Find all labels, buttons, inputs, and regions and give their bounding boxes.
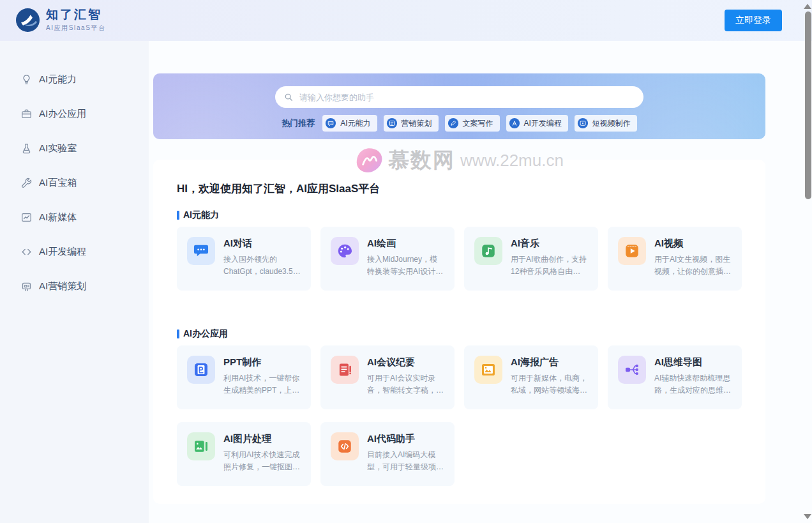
search-input[interactable] bbox=[298, 92, 635, 103]
poster-app-icon bbox=[474, 356, 502, 384]
section-ai-office: AI办公应用PPT制作利用AI技术，一键帮你生成精美的PPT，上万款精美…AI会… bbox=[177, 328, 742, 486]
codebox-app-icon bbox=[331, 432, 359, 460]
card-text: AI思维导图AI辅助快速帮助梳理思路，生成对应的思维导图，让… bbox=[654, 356, 732, 399]
hot-recommend-label: 热门推荐 bbox=[282, 117, 315, 129]
pen-circle-icon bbox=[447, 117, 459, 129]
card-title: AI会议纪要 bbox=[367, 356, 444, 368]
hot-tags-row: 热门推荐 AI元能力营销策划文案写作AI开发编程短视频制作 bbox=[153, 115, 765, 132]
scrollbar-down-arrow[interactable] bbox=[804, 514, 811, 519]
brand: 知了汇智 AI应用SlaaS平台 bbox=[16, 8, 106, 33]
scrollbar-thumb[interactable] bbox=[805, 11, 811, 199]
sidebar: AI元能力AI办公应用AI实验室AI百宝箱AI新媒体AI开发编程AI营销策划 bbox=[0, 41, 149, 523]
sidebar-item-ai-dev[interactable]: AI开发编程 bbox=[0, 244, 149, 259]
card-text: AI视频用于AI文生视频，图生视频，让你的创意插上翅膀… bbox=[654, 237, 732, 280]
hot-tag-label: AI开发编程 bbox=[524, 118, 562, 129]
app-card-ai-poster-ad[interactable]: AI海报广告可用于新媒体，电商，私域，网站等领域海报及广… bbox=[464, 345, 598, 409]
hot-tag-label: AI元能力 bbox=[340, 118, 370, 129]
hot-tag-ai-core[interactable]: AI元能力 bbox=[322, 115, 377, 132]
search-banner: 热门推荐 AI元能力营销策划文案写作AI开发编程短视频制作 bbox=[153, 73, 765, 139]
card-title: AI视频 bbox=[654, 238, 732, 250]
app-card-ai-chat[interactable]: AI对话接入国外领先的ChatGpt，claude3.5等，无需魔法 bbox=[177, 227, 311, 291]
sidebar-item-ai-core[interactable]: AI元能力 bbox=[0, 72, 149, 87]
sidebar-item-label: AI新媒体 bbox=[39, 211, 77, 224]
hot-tag-marketing-plan[interactable]: 营销策划 bbox=[384, 115, 439, 132]
body-row: AI元能力AI办公应用AI实验室AI百宝箱AI新媒体AI开发编程AI营销策划 热… bbox=[0, 41, 812, 523]
app-card-ai-meeting-notes[interactable]: AI会议纪要可用于AI会议实时录音，智能转文字稿，智能转会议… bbox=[320, 345, 455, 409]
app-card-ai-code-assistant[interactable]: AI代码助手目前接入AI编码大模型，可用于轻量级项目可视化开… bbox=[320, 422, 455, 486]
sidebar-nav: AI元能力AI办公应用AI实验室AI百宝箱AI新媒体AI开发编程AI营销策划 bbox=[0, 72, 149, 294]
music-app-icon bbox=[474, 237, 502, 265]
watermark-logo-icon bbox=[355, 147, 383, 175]
sidebar-item-ai-media[interactable]: AI新媒体 bbox=[0, 209, 149, 225]
briefcase-icon bbox=[20, 108, 33, 120]
sidebar-item-label: AI办公应用 bbox=[39, 108, 86, 120]
dev-circle-icon bbox=[509, 117, 520, 129]
card-text: AI代码助手目前接入AI编码大模型，可用于轻量级项目可视化开… bbox=[367, 432, 444, 476]
card-text: AI会议纪要可用于AI会议实时录音，智能转文字稿，智能转会议… bbox=[367, 356, 444, 399]
hot-tag-label: 短视频制作 bbox=[592, 118, 631, 129]
card-grid: AI对话接入国外领先的ChatGpt，claude3.5等，无需魔法AI绘画接入… bbox=[177, 227, 742, 291]
app-card-ai-video[interactable]: AI视频用于AI文生视频，图生视频，让你的创意插上翅膀… bbox=[608, 227, 742, 291]
app-card-ai-painting[interactable]: AI绘画接入MidJourney，模特换装等实用AI设计功能，无需… bbox=[320, 227, 455, 291]
mindmap-app-icon bbox=[618, 356, 646, 384]
card-desc: 可用于AI会议实时录音，智能转文字稿，智能转会议… bbox=[367, 372, 444, 396]
image-app-icon bbox=[187, 432, 215, 460]
sidebar-item-ai-lab[interactable]: AI实验室 bbox=[0, 140, 149, 156]
card-title: AI绘画 bbox=[367, 238, 444, 250]
card-desc: AI辅助快速帮助梳理思路，生成对应的思维导图，让… bbox=[654, 372, 732, 396]
card-title: PPT制作 bbox=[223, 356, 301, 368]
search-icon bbox=[284, 93, 293, 102]
app-card-ppt-maker[interactable]: PPT制作利用AI技术，一键帮你生成精美的PPT，上万款精美… bbox=[177, 345, 311, 409]
card-title: AI图片处理 bbox=[223, 433, 301, 445]
main-content: 热门推荐 AI元能力营销策划文案写作AI开发编程短视频制作 bbox=[149, 41, 812, 523]
card-desc: 可利用AI技术快速完成照片修复，一键抠图，图片去… bbox=[223, 449, 301, 473]
card-desc: 可用于新媒体，电商，私域，网站等领域海报及广… bbox=[511, 372, 588, 396]
sidebar-item-label: AI营销策划 bbox=[39, 280, 86, 292]
login-button[interactable]: 立即登录 bbox=[725, 10, 782, 31]
hot-tag-copywriting[interactable]: 文案写作 bbox=[445, 115, 500, 132]
plan-circle-icon bbox=[386, 117, 398, 129]
sidebar-item-ai-marketing[interactable]: AI营销策划 bbox=[0, 278, 149, 294]
card-text: PPT制作利用AI技术，一键帮你生成精美的PPT，上万款精美… bbox=[223, 356, 301, 399]
scrollbar-up-arrow[interactable] bbox=[804, 4, 811, 9]
card-text: AI图片处理可利用AI技术快速完成照片修复，一键抠图，图片去… bbox=[223, 432, 301, 476]
sidebar-item-label: AI百宝箱 bbox=[39, 177, 77, 189]
app-header: 知了汇智 AI应用SlaaS平台 立即登录 bbox=[0, 0, 812, 41]
chat-circle-icon bbox=[325, 117, 336, 129]
sidebar-item-ai-office[interactable]: AI办公应用 bbox=[0, 106, 149, 121]
card-desc: 利用AI技术，一键帮你生成精美的PPT，上万款精美… bbox=[223, 372, 301, 396]
card-desc: 目前接入AI编码大模型，可用于轻量级项目可视化开… bbox=[367, 449, 444, 473]
app-card-ai-image-editing[interactable]: AI图片处理可利用AI技术快速完成照片修复，一键抠图，图片去… bbox=[177, 422, 311, 486]
section-ai-core: AI元能力AI对话接入国外领先的ChatGpt，claude3.5等，无需魔法A… bbox=[177, 209, 742, 291]
hot-tag-short-video[interactable]: 短视频制作 bbox=[575, 115, 637, 132]
section-title: AI元能力 bbox=[177, 209, 742, 222]
video-circle-icon bbox=[577, 117, 589, 129]
app-card-ai-mindmap[interactable]: AI思维导图AI辅助快速帮助梳理思路，生成对应的思维导图，让… bbox=[608, 345, 742, 409]
sidebar-item-ai-toolbox[interactable]: AI百宝箱 bbox=[0, 175, 149, 190]
card-title: AI海报广告 bbox=[511, 356, 588, 368]
card-desc: 用于AI歌曲创作，支持12种音乐风格自由选择，可自… bbox=[511, 254, 588, 277]
card-text: AI音乐用于AI歌曲创作，支持12种音乐风格自由选择，可自… bbox=[511, 237, 588, 280]
sidebar-item-label: AI元能力 bbox=[39, 73, 77, 86]
section-title: AI办公应用 bbox=[177, 328, 742, 340]
app-card-ai-music[interactable]: AI音乐用于AI歌曲创作，支持12种音乐风格自由选择，可自… bbox=[464, 227, 598, 291]
hot-tag-label: 营销策划 bbox=[402, 118, 432, 129]
search-box[interactable] bbox=[275, 86, 643, 108]
card-title: AI代码助手 bbox=[367, 433, 444, 445]
watermark: 慕数网 www.22mu.cn bbox=[355, 146, 564, 175]
hot-tag-ai-dev[interactable]: AI开发编程 bbox=[506, 115, 568, 132]
video-app-icon bbox=[618, 237, 646, 265]
sidebar-item-label: AI开发编程 bbox=[39, 246, 86, 258]
flask-icon bbox=[20, 142, 33, 155]
card-text: AI绘画接入MidJourney，模特换装等实用AI设计功能，无需… bbox=[367, 237, 444, 280]
content-panel: 慕数网 www.22mu.cn HI，欢迎使用知了汇智，AI应用SlaaS平台 … bbox=[153, 160, 765, 504]
card-desc: 接入MidJourney，模特换装等实用AI设计功能，无需… bbox=[367, 254, 444, 277]
ppt-app-icon bbox=[187, 356, 215, 384]
brand-subtitle: AI应用SlaaS平台 bbox=[46, 24, 106, 33]
megaphone-icon bbox=[20, 280, 33, 292]
lightbulb-icon bbox=[20, 73, 33, 86]
trend-chart-icon bbox=[20, 211, 33, 224]
card-title: AI对话 bbox=[223, 238, 301, 250]
greeting-title: HI，欢迎使用知了汇智，AI应用SlaaS平台 bbox=[177, 181, 742, 196]
brand-name: 知了汇智 bbox=[46, 8, 106, 22]
